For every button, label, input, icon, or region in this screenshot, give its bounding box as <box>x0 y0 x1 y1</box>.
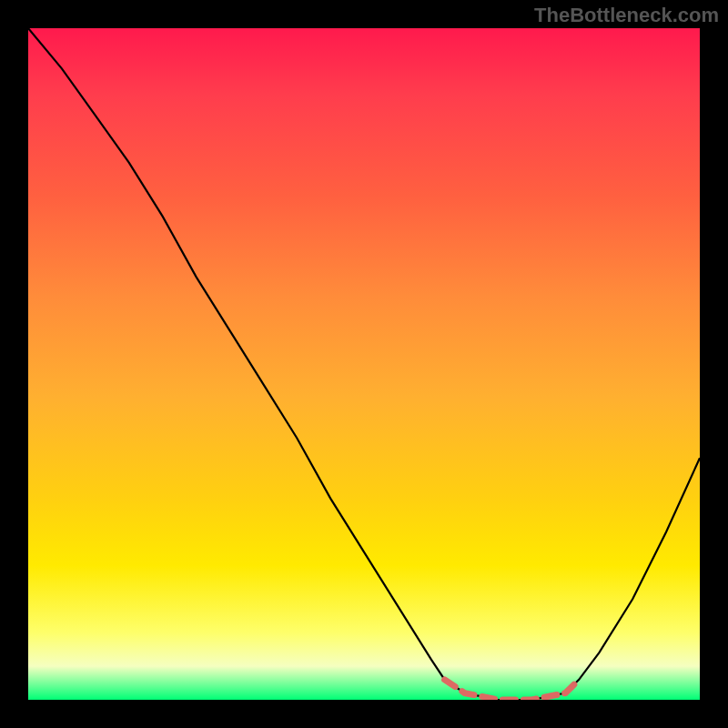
watermark-text: TheBottleneck.com <box>534 4 719 27</box>
optimal-band-path <box>445 680 580 700</box>
bottleneck-curve-path <box>28 28 700 700</box>
chart-svg <box>28 28 700 700</box>
